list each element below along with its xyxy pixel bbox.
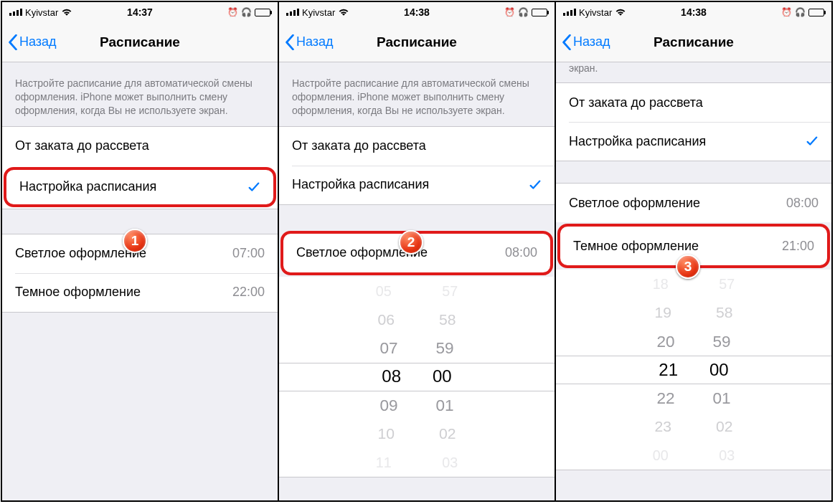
back-button[interactable]: Назад (562, 34, 610, 50)
row-light-appearance[interactable]: Светлое оформление 08:00 (556, 184, 831, 222)
signal-icon (563, 9, 576, 16)
status-bar: Kyivstar 14:38 ⏰ 🎧 (279, 2, 555, 22)
light-appearance-time: 07:00 (232, 246, 265, 261)
back-label: Назад (296, 34, 334, 49)
panel-3: Kyivstar 14:38 ⏰ 🎧 Назад Расписание экра… (556, 2, 831, 500)
panel-2: Kyivstar 14:38 ⏰ 🎧 Назад Расписание Наст… (279, 2, 556, 500)
option-sunset[interactable]: От заката до рассвета (279, 127, 555, 166)
option-custom[interactable]: Настройка расписания (556, 122, 831, 161)
light-appearance-label: Светлое оформление (15, 246, 232, 261)
alarm-icon: ⏰ (504, 7, 515, 17)
appearance-times-group: Светлое оформление 08:00 (556, 183, 831, 222)
nav-header: Назад Расписание (2, 22, 278, 62)
chevron-left-icon (8, 34, 18, 50)
option-sunset-label: От заката до рассвета (292, 138, 542, 153)
content: экран. От заката до рассвета Настройка р… (556, 62, 831, 500)
battery-icon (532, 9, 547, 16)
picker-hours[interactable]: 05 06 07 08 09 10 11 (279, 277, 417, 477)
wifi-icon (615, 8, 626, 16)
dark-appearance-label: Темное оформление (15, 285, 232, 300)
status-time: 14:38 (681, 6, 707, 18)
dark-appearance-time: 22:00 (232, 285, 265, 300)
checkmark-icon (529, 179, 542, 191)
light-appearance-label: Светлое оформление (569, 196, 786, 211)
chevron-left-icon (562, 34, 572, 50)
schedule-type-group: От заката до рассвета Настройка расписан… (2, 126, 278, 209)
panel-1: Kyivstar 14:37 ⏰ 🎧 Назад Расписание Наст… (2, 2, 279, 500)
chevron-left-icon (285, 34, 295, 50)
option-custom-label: Настройка расписания (569, 134, 806, 149)
option-sunset[interactable]: От заката до рассвета (556, 83, 831, 122)
picker-minutes[interactable]: 57 58 59 00 01 02 03 (417, 277, 555, 477)
time-picker[interactable]: 05 06 07 08 09 10 11 57 58 59 00 01 02 0… (279, 277, 555, 477)
back-button[interactable]: Назад (285, 34, 334, 50)
light-appearance-time: 08:00 (505, 245, 537, 260)
section-description: Настройте расписание для автоматической … (279, 62, 555, 126)
option-custom-label: Настройка расписания (292, 177, 529, 192)
battery-icon (808, 9, 824, 16)
wifi-icon (338, 8, 349, 16)
option-sunset-label: От заката до рассвета (15, 138, 265, 153)
headphones-icon: 🎧 (795, 7, 806, 17)
light-appearance-time: 08:00 (786, 196, 819, 211)
alarm-icon: ⏰ (227, 7, 238, 17)
time-picker[interactable]: 18 19 20 21 22 23 00 57 58 59 00 01 02 0… (556, 270, 831, 470)
option-custom[interactable]: Настройка расписания (279, 166, 555, 204)
content: Настройте расписание для автоматической … (2, 62, 278, 500)
status-time: 14:38 (404, 6, 430, 18)
wifi-icon (61, 8, 72, 16)
picker-minutes[interactable]: 57 58 59 00 01 02 03 (694, 270, 831, 470)
dark-appearance-time: 21:00 (782, 239, 814, 254)
back-button[interactable]: Назад (8, 34, 57, 50)
nav-header: Назад Расписание (279, 22, 555, 62)
carrier-label: Kyivstar (579, 7, 612, 18)
annotation-badge-3: 3 (676, 255, 700, 279)
signal-icon (286, 9, 299, 16)
annotation-badge-2: 2 (399, 230, 423, 255)
status-bar: Kyivstar 14:37 ⏰ 🎧 (2, 2, 278, 22)
checkmark-icon (247, 181, 260, 194)
carrier-label: Kyivstar (302, 7, 335, 18)
option-sunset-label: От заката до рассвета (569, 95, 819, 110)
picker-hours[interactable]: 18 19 20 21 22 23 00 (556, 270, 694, 470)
status-bar: Kyivstar 14:38 ⏰ 🎧 (556, 2, 831, 22)
status-time: 14:37 (127, 6, 153, 18)
battery-icon (255, 9, 270, 16)
nav-header: Назад Расписание (556, 22, 831, 62)
checkmark-icon (806, 135, 819, 148)
back-label: Назад (19, 34, 57, 49)
alarm-icon: ⏰ (781, 7, 792, 17)
option-sunset[interactable]: От заката до рассвета (2, 127, 278, 166)
section-description-partial: экран. (556, 62, 831, 82)
back-label: Назад (573, 34, 610, 49)
annotation-badge-1: 1 (123, 229, 147, 253)
signal-icon (9, 9, 22, 16)
dark-appearance-label: Темное оформление (573, 239, 782, 254)
headphones-icon: 🎧 (241, 7, 252, 17)
content: Настройте расписание для автоматической … (279, 62, 555, 500)
headphones-icon: 🎧 (518, 7, 529, 17)
schedule-type-group: От заката до рассвета Настройка расписан… (556, 82, 831, 161)
carrier-label: Kyivstar (25, 7, 58, 18)
section-description: Настройте расписание для автоматической … (2, 62, 278, 126)
row-dark-appearance[interactable]: Темное оформление 22:00 (2, 273, 278, 312)
schedule-type-group: От заката до рассвета Настройка расписан… (279, 126, 555, 205)
option-custom-label: Настройка расписания (19, 179, 247, 194)
option-custom[interactable]: Настройка расписания (6, 170, 273, 204)
